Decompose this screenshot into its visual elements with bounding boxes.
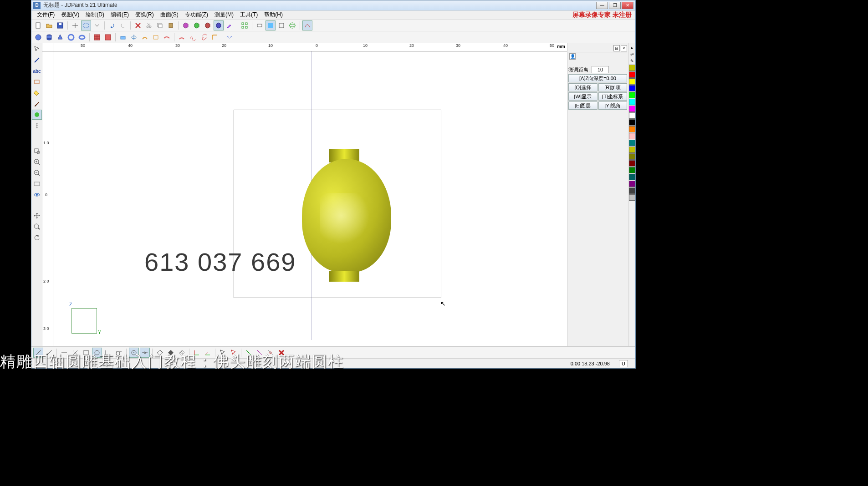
- torus-button[interactable]: [66, 32, 76, 42]
- sphere-button[interactable]: [33, 32, 43, 42]
- rect-tool[interactable]: [32, 77, 42, 87]
- surface1-button[interactable]: [162, 32, 172, 42]
- select-mode-button[interactable]: [Q]选择: [568, 83, 597, 91]
- crosshair-button[interactable]: [70, 20, 80, 30]
- new-button[interactable]: [33, 20, 43, 30]
- color-swatch[interactable]: [629, 99, 635, 105]
- add-item-button[interactable]: [R]加项: [598, 83, 628, 91]
- cut-button[interactable]: [144, 20, 154, 30]
- delete-button[interactable]: [133, 20, 143, 30]
- open-button[interactable]: [44, 20, 54, 30]
- grid-button[interactable]: [92, 32, 102, 42]
- color-swatch[interactable]: [629, 112, 635, 119]
- coord-sys-button[interactable]: [T]坐标系: [598, 92, 628, 101]
- finetune-input[interactable]: [592, 66, 609, 73]
- color-swatch[interactable]: [629, 153, 635, 160]
- cube-button[interactable]: [181, 20, 191, 30]
- color-swatch[interactable]: [629, 147, 635, 153]
- menu-measure[interactable]: 测量(M): [212, 10, 236, 20]
- fillet-button[interactable]: [209, 32, 220, 42]
- depth-button[interactable]: [A]Z向深度=0.00: [568, 74, 627, 82]
- menu-transform[interactable]: 变换(R): [133, 10, 157, 20]
- sweep-button[interactable]: [140, 32, 150, 42]
- maximize-button[interactable]: ❐: [609, 2, 621, 9]
- arc-button[interactable]: [177, 32, 187, 42]
- color-swatch[interactable]: [629, 187, 635, 194]
- cube2-button[interactable]: [192, 20, 202, 30]
- color-swatch[interactable]: [629, 174, 635, 180]
- globe-button[interactable]: [287, 20, 297, 30]
- loft-button[interactable]: [151, 32, 161, 42]
- toolpath-button[interactable]: [302, 20, 312, 30]
- menu-view[interactable]: 视图(V): [58, 10, 82, 20]
- menu-edit[interactable]: 编辑(E): [108, 10, 132, 20]
- wire-button[interactable]: [276, 20, 286, 30]
- color-swatch[interactable]: [629, 92, 635, 98]
- menu-special[interactable]: 专功能(Z): [182, 10, 211, 20]
- curve-button[interactable]: [188, 32, 198, 42]
- cube4-button[interactable]: [214, 20, 224, 30]
- status-u-button[interactable]: U: [619, 360, 628, 367]
- zoom-window-tool[interactable]: [32, 146, 42, 156]
- pointer-tool[interactable]: [32, 44, 42, 54]
- redo-button[interactable]: [118, 20, 128, 30]
- wave-button[interactable]: [225, 32, 235, 42]
- color-swatch[interactable]: [629, 181, 635, 187]
- measure-tool[interactable]: [32, 121, 42, 131]
- color-swatch[interactable]: [629, 78, 635, 85]
- eye-tool[interactable]: [32, 190, 42, 200]
- rotate-tool[interactable]: [32, 233, 42, 243]
- menu-help[interactable]: 帮助(H): [261, 10, 286, 20]
- color-swatch[interactable]: [629, 126, 635, 132]
- color-swatch[interactable]: [629, 167, 635, 173]
- panel-close-button[interactable]: ×: [621, 45, 627, 51]
- paint-button[interactable]: [225, 20, 235, 30]
- zoom-tool[interactable]: [32, 222, 42, 232]
- model-tool[interactable]: [32, 110, 42, 120]
- color-swatch[interactable]: [629, 106, 635, 112]
- menu-surface[interactable]: 曲面(S): [158, 10, 181, 20]
- palette-swap-icon[interactable]: ⇄: [629, 51, 635, 57]
- layer-button[interactable]: [255, 20, 265, 30]
- model-buddha-head[interactable]: [302, 149, 391, 282]
- select-dropdown-button[interactable]: [92, 20, 102, 30]
- panel-pin-button[interactable]: ⊟: [613, 45, 620, 51]
- paste-button[interactable]: [166, 20, 176, 30]
- select-rect-button[interactable]: [81, 20, 91, 30]
- fill-tool[interactable]: [32, 88, 42, 98]
- menu-file[interactable]: 文件(F): [34, 10, 57, 20]
- grid2-button[interactable]: [103, 32, 113, 42]
- color-swatch[interactable]: [629, 160, 635, 167]
- viewport[interactable]: 613 037 669 Z Y ↖: [53, 51, 561, 340]
- display-button[interactable]: [W]显示: [568, 92, 597, 101]
- zoom-out-tool[interactable]: [32, 168, 42, 178]
- extrude-button[interactable]: [118, 32, 128, 42]
- copy-button[interactable]: [155, 20, 165, 30]
- view-angle-button[interactable]: [Y]视角: [598, 101, 628, 110]
- cube3-button[interactable]: [203, 20, 213, 30]
- palette-edit-icon[interactable]: ✎: [629, 58, 635, 64]
- layer-panel-button[interactable]: [E]图层: [568, 101, 597, 110]
- zoom-fit-tool[interactable]: [32, 179, 42, 189]
- text-tool[interactable]: abc: [32, 66, 42, 76]
- color-swatch[interactable]: [629, 71, 635, 78]
- shade-button[interactable]: [266, 20, 276, 30]
- line-tool[interactable]: [32, 55, 42, 65]
- array-button[interactable]: [240, 20, 250, 30]
- menu-draw[interactable]: 绘制(D): [83, 10, 107, 20]
- color-swatch[interactable]: [629, 133, 635, 139]
- color-swatch[interactable]: [629, 194, 635, 201]
- save-button[interactable]: [55, 20, 65, 30]
- close-button[interactable]: ✕: [622, 2, 633, 9]
- cylinder-button[interactable]: [44, 32, 54, 42]
- minimize-button[interactable]: —: [596, 2, 608, 9]
- color-swatch[interactable]: [629, 119, 635, 126]
- color-swatch[interactable]: [629, 140, 635, 146]
- revolve-button[interactable]: [129, 32, 139, 42]
- spiral-button[interactable]: [199, 32, 209, 42]
- brush-tool[interactable]: [32, 99, 42, 109]
- undo-button[interactable]: [107, 20, 117, 30]
- color-swatch[interactable]: [629, 65, 635, 71]
- palette-up-icon[interactable]: ▴: [629, 44, 635, 51]
- torus2-button[interactable]: [77, 32, 87, 42]
